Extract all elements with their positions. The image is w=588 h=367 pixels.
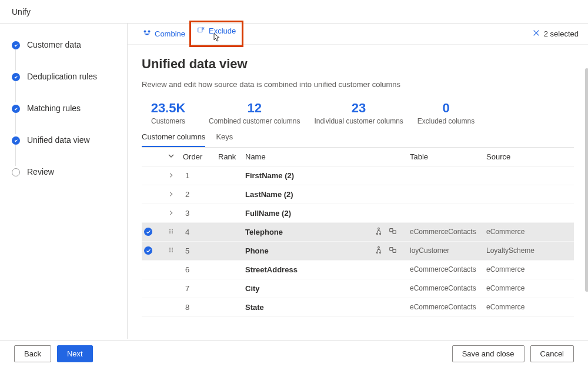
svg-point-0 — [144, 30, 146, 32]
checked-icon[interactable] — [144, 228, 152, 236]
cell-source: eCommerce — [486, 265, 551, 273]
page-subtitle: Review and edit how source data is combi… — [142, 80, 574, 89]
toolbar: Combine Exclude 2 selected — [128, 24, 588, 45]
drag-handle-icon[interactable] — [168, 228, 175, 236]
table-row[interactable]: 6StreetAddresseCommerceContactseCommerce — [142, 261, 574, 279]
cell-order: 8 — [183, 303, 218, 312]
scrollbar[interactable] — [585, 68, 588, 327]
summary-value: 12 — [209, 101, 300, 116]
circle-icon — [12, 168, 20, 176]
sidebar-step-label: Matching rules — [27, 104, 81, 113]
table-row[interactable]: 1FirstName (2) — [142, 166, 574, 185]
svg-rect-13 — [389, 228, 392, 231]
check-circle-icon — [12, 105, 20, 113]
th-name[interactable]: Name — [245, 152, 375, 161]
tab-keys[interactable]: Keys — [216, 129, 233, 147]
svg-rect-25 — [393, 249, 396, 252]
svg-point-17 — [169, 249, 171, 251]
exclude-icon — [197, 26, 205, 36]
columns-table: Order Rank Name Table Source 1FirstName … — [142, 148, 574, 317]
sidebar-step[interactable]: Customer data — [12, 40, 127, 72]
cursor-icon — [212, 33, 220, 44]
table-row[interactable]: 2LastName (2) — [142, 185, 574, 204]
sidebar-step[interactable]: Unified data view — [12, 135, 127, 167]
table-row[interactable]: 7CityeCommerceContactseCommerce — [142, 279, 574, 298]
th-source[interactable]: Source — [486, 152, 551, 161]
cell-name: Telephone — [245, 228, 375, 236]
cell-name: FirstName (2) — [245, 171, 375, 180]
cancel-button[interactable]: Cancel — [530, 345, 574, 362]
cell-name: FullName (2) — [245, 209, 375, 218]
ungroup-icon[interactable] — [375, 227, 383, 235]
tabs: Customer columns Keys — [142, 129, 574, 148]
cell-name: City — [245, 284, 375, 293]
svg-point-8 — [169, 232, 171, 233]
close-icon[interactable] — [532, 29, 540, 39]
sidebar: Customer dataDeduplication rulesMatching… — [0, 24, 127, 339]
svg-rect-14 — [393, 231, 396, 233]
sidebar-step-label: Unified data view — [27, 135, 90, 145]
svg-point-4 — [169, 229, 171, 230]
th-order[interactable]: Order — [183, 152, 218, 161]
svg-point-6 — [169, 231, 171, 232]
sidebar-step-label: Customer data — [27, 40, 81, 49]
content: Unified data view Review and edit how so… — [128, 45, 588, 339]
combine-button[interactable]: Combine — [137, 25, 191, 42]
cell-table: eCommerceContacts — [410, 284, 486, 292]
group-icon[interactable] — [389, 246, 397, 254]
exclude-highlight: Exclude — [189, 21, 243, 47]
sidebar-step[interactable]: Review — [12, 167, 127, 176]
svg-point-20 — [172, 251, 173, 252]
cell-name: LastName (2) — [245, 190, 375, 199]
back-button[interactable]: Back — [14, 345, 51, 362]
cell-name: State — [245, 303, 375, 312]
th-table[interactable]: Table — [410, 152, 486, 161]
footer: Back Next Save and close Cancel — [0, 340, 588, 367]
sidebar-step-label: Review — [27, 167, 54, 176]
tab-customer-columns[interactable]: Customer columns — [142, 129, 205, 147]
svg-point-16 — [172, 248, 173, 249]
th-rank[interactable]: Rank — [218, 152, 245, 161]
summary-label: Excluded columns — [417, 117, 475, 126]
page-title: Unified data view — [142, 56, 574, 72]
ungroup-icon[interactable] — [375, 246, 383, 254]
summary-value: 0 — [417, 101, 475, 116]
sidebar-step-label: Deduplication rules — [27, 72, 97, 81]
svg-point-10 — [378, 228, 380, 229]
checked-icon[interactable] — [144, 246, 152, 255]
table-row[interactable]: 5Phone loyCustomerLoyaltyScheme — [142, 242, 574, 261]
cell-order: 7 — [183, 284, 218, 293]
drag-handle-icon[interactable] — [168, 246, 175, 255]
sidebar-step[interactable]: Deduplication rules — [12, 72, 127, 104]
chevron-right-icon[interactable] — [168, 190, 174, 196]
chevron-down-icon[interactable] — [159, 152, 183, 161]
chevron-right-icon[interactable] — [168, 209, 174, 215]
cell-table: eCommerceContacts — [410, 265, 486, 273]
svg-point-5 — [172, 229, 173, 230]
table-row[interactable]: 8StateeCommerceContactseCommerce — [142, 298, 574, 317]
summary-block: 23.5K Customers — [142, 101, 195, 126]
svg-point-23 — [380, 252, 381, 253]
header: Unify — [0, 0, 588, 24]
cell-source: eCommerce — [486, 284, 551, 292]
cell-order: 6 — [183, 265, 218, 274]
group-icon[interactable] — [389, 227, 397, 235]
selection-info[interactable]: 2 selected — [532, 29, 579, 39]
sidebar-step[interactable]: Matching rules — [12, 104, 127, 135]
next-button[interactable]: Next — [57, 345, 93, 362]
table-row[interactable]: 3FullName (2) — [142, 204, 574, 223]
main-panel: Combine Exclude 2 selected — [127, 24, 588, 339]
cell-source: LoyaltyScheme — [486, 246, 551, 255]
table-row[interactable]: 4Telephone eCommerceContactseCommerce — [142, 223, 574, 242]
chevron-right-icon[interactable] — [168, 171, 174, 177]
svg-rect-24 — [389, 247, 392, 250]
cell-table: eCommerceContacts — [410, 303, 486, 311]
summary-block: 0 Excluded columns — [417, 101, 475, 126]
check-circle-icon — [12, 136, 20, 145]
cell-table: loyCustomer — [410, 246, 486, 255]
combine-icon — [143, 29, 151, 39]
table-header: Order Rank Name Table Source — [142, 148, 574, 166]
save-close-button[interactable]: Save and close — [452, 345, 524, 362]
summary-value: 23.5K — [142, 101, 195, 116]
check-circle-icon — [12, 41, 20, 49]
